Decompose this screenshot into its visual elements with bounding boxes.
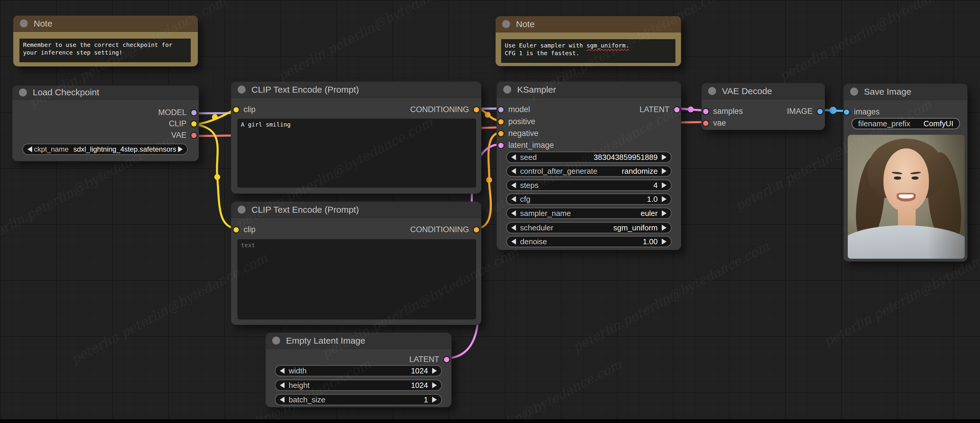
node-titlebar[interactable]: CLIP Text Encode (Prompt) bbox=[231, 82, 481, 98]
input-images[interactable]: images bbox=[843, 108, 880, 117]
widget-prev-arrow-icon[interactable] bbox=[27, 146, 32, 152]
widget-next-arrow-icon[interactable] bbox=[662, 182, 667, 188]
scheduler-widget[interactable]: scheduler sgm_uniform bbox=[506, 222, 671, 233]
node-titlebar[interactable]: Empty Latent Image bbox=[266, 333, 451, 349]
image-port-dot[interactable] bbox=[843, 109, 850, 116]
note-titlebar[interactable]: Note bbox=[496, 16, 681, 32]
port-label: negative bbox=[508, 129, 538, 138]
latent-port-dot[interactable] bbox=[497, 142, 504, 149]
denoise-widget[interactable]: denoise 1.00 bbox=[506, 236, 671, 247]
clip-port-dot[interactable] bbox=[232, 226, 240, 233]
note-text[interactable]: Use Euler sampler with sgm_uniform.CFG 1… bbox=[501, 39, 675, 63]
vae-port-dot[interactable] bbox=[702, 120, 709, 127]
port-label: samples bbox=[713, 107, 743, 116]
widget-next-arrow-icon[interactable] bbox=[662, 239, 667, 244]
control-after-generate-widget[interactable]: control_after_generate randomize bbox=[506, 165, 671, 177]
widget-value: sdxl_lightning_4step.safetensors bbox=[73, 145, 176, 154]
widget-next-arrow-icon[interactable] bbox=[662, 196, 667, 202]
output-model[interactable]: MODEL bbox=[158, 108, 197, 117]
batch-size-widget[interactable]: batch_size 1 bbox=[275, 394, 442, 405]
output-conditioning[interactable]: CONDITIONING bbox=[410, 225, 480, 234]
widget-prev-arrow-icon[interactable] bbox=[511, 239, 516, 244]
output-vae[interactable]: VAE bbox=[171, 131, 197, 140]
widget-prev-arrow-icon[interactable] bbox=[511, 182, 516, 188]
node-empty-latent-image[interactable]: Empty Latent Image LATENT width 1024 hei… bbox=[266, 333, 451, 407]
filename-prefix-widget[interactable]: filename_prefix ComfyUI bbox=[851, 118, 960, 129]
conditioning-port-dot[interactable] bbox=[497, 118, 504, 125]
clip-port-dot[interactable] bbox=[190, 120, 197, 127]
width-widget[interactable]: width 1024 bbox=[275, 365, 442, 376]
node-graph-canvas[interactable]: Note Remember to use the correct checkpo… bbox=[0, 0, 980, 423]
input-latent-image[interactable]: latent_image bbox=[497, 141, 554, 150]
node-titlebar[interactable]: Load Checkpoint bbox=[13, 86, 199, 100]
node-note-checkpoint[interactable]: Note Remember to use the correct checkpo… bbox=[13, 16, 198, 67]
latent-port-dot[interactable] bbox=[443, 356, 450, 363]
widget-prev-arrow-icon[interactable] bbox=[511, 196, 516, 202]
conditioning-port-dot[interactable] bbox=[473, 106, 480, 113]
widget-next-arrow-icon[interactable] bbox=[432, 397, 437, 402]
widget-next-arrow-icon[interactable] bbox=[662, 154, 667, 160]
input-positive[interactable]: positive bbox=[497, 117, 535, 126]
model-port-dot[interactable] bbox=[190, 109, 197, 116]
node-titlebar[interactable]: Save Image bbox=[844, 84, 967, 100]
output-conditioning[interactable]: CONDITIONING bbox=[410, 105, 480, 114]
height-widget[interactable]: height 1024 bbox=[275, 380, 442, 391]
input-clip[interactable]: clip bbox=[232, 105, 256, 114]
node-save-image[interactable]: Save Image images filename_prefix ComfyU… bbox=[844, 84, 967, 261]
node-load-checkpoint[interactable]: Load Checkpoint MODEL CLIP VAE ckpt_name… bbox=[13, 86, 199, 161]
sampler-name-widget[interactable]: sampler_name euler bbox=[506, 208, 671, 219]
prompt-textarea[interactable]: text bbox=[237, 239, 476, 320]
input-samples[interactable]: samples bbox=[702, 107, 743, 116]
widget-label: height bbox=[289, 381, 310, 390]
node-clip-text-encode-negative[interactable]: CLIP Text Encode (Prompt) clip CONDITION… bbox=[231, 202, 481, 325]
conditioning-port-dot[interactable] bbox=[497, 130, 504, 137]
input-model[interactable]: model bbox=[497, 105, 530, 114]
widget-prev-arrow-icon[interactable] bbox=[280, 368, 285, 374]
widget-next-arrow-icon[interactable] bbox=[662, 168, 667, 174]
conditioning-port-dot[interactable] bbox=[473, 226, 480, 233]
widget-value: randomize bbox=[622, 167, 658, 176]
widget-prev-arrow-icon[interactable] bbox=[280, 397, 285, 402]
input-negative[interactable]: negative bbox=[497, 129, 538, 138]
widget-next-arrow-icon[interactable] bbox=[432, 368, 437, 374]
output-clip[interactable]: CLIP bbox=[169, 119, 197, 128]
widget-prev-arrow-icon[interactable] bbox=[511, 154, 516, 160]
node-clip-text-encode-positive[interactable]: CLIP Text Encode (Prompt) clip CONDITION… bbox=[231, 82, 481, 193]
node-ksampler[interactable]: KSampler model positive negative latent_… bbox=[497, 82, 681, 250]
prompt-textarea[interactable]: A girl smiling bbox=[237, 119, 476, 188]
widget-next-arrow-icon[interactable] bbox=[662, 225, 667, 231]
widget-prev-arrow-icon[interactable] bbox=[511, 225, 516, 231]
latent-port-dot[interactable] bbox=[673, 106, 680, 113]
image-port-dot[interactable] bbox=[816, 108, 824, 115]
output-image[interactable]: IMAGE bbox=[787, 107, 824, 116]
model-port-dot[interactable] bbox=[497, 106, 504, 113]
input-clip[interactable]: clip bbox=[232, 225, 256, 234]
widget-next-arrow-icon[interactable] bbox=[662, 210, 667, 216]
port-label: LATENT bbox=[640, 105, 670, 114]
input-vae[interactable]: vae bbox=[702, 119, 726, 128]
widget-next-arrow-icon[interactable] bbox=[432, 382, 437, 388]
steps-widget[interactable]: steps 4 bbox=[506, 180, 671, 191]
widget-next-arrow-icon[interactable] bbox=[178, 146, 183, 152]
seed-widget[interactable]: seed 383043859951889 bbox=[506, 152, 671, 163]
note-text[interactable]: Remember to use the correct checkpoint f… bbox=[19, 39, 191, 62]
node-note-sampler[interactable]: Note Use Euler sampler with sgm_uniform.… bbox=[496, 16, 681, 66]
note-titlebar[interactable]: Note bbox=[13, 16, 198, 32]
clip-port-dot[interactable] bbox=[232, 106, 240, 113]
output-latent[interactable]: LATENT bbox=[640, 105, 680, 114]
node-vae-decode[interactable]: VAE Decode samples vae IMAGE bbox=[702, 83, 825, 130]
node-titlebar[interactable]: CLIP Text Encode (Prompt) bbox=[231, 202, 481, 218]
widget-prev-arrow-icon[interactable] bbox=[511, 168, 516, 174]
vae-port-dot[interactable] bbox=[190, 132, 197, 139]
ckpt-name-widget[interactable]: ckpt_name sdxl_lightning_4step.safetenso… bbox=[22, 144, 188, 155]
latent-port-dot[interactable] bbox=[702, 108, 709, 115]
node-status-dot bbox=[238, 206, 246, 214]
node-titlebar[interactable]: KSampler bbox=[497, 82, 681, 98]
node-titlebar[interactable]: VAE Decode bbox=[702, 83, 825, 100]
widget-prev-arrow-icon[interactable] bbox=[511, 210, 516, 216]
widget-value: 1 bbox=[424, 395, 428, 404]
output-latent[interactable]: LATENT bbox=[409, 355, 450, 364]
widget-prev-arrow-icon[interactable] bbox=[280, 382, 285, 388]
cfg-widget[interactable]: cfg 1.0 bbox=[506, 193, 671, 205]
port-label: LATENT bbox=[409, 355, 439, 364]
